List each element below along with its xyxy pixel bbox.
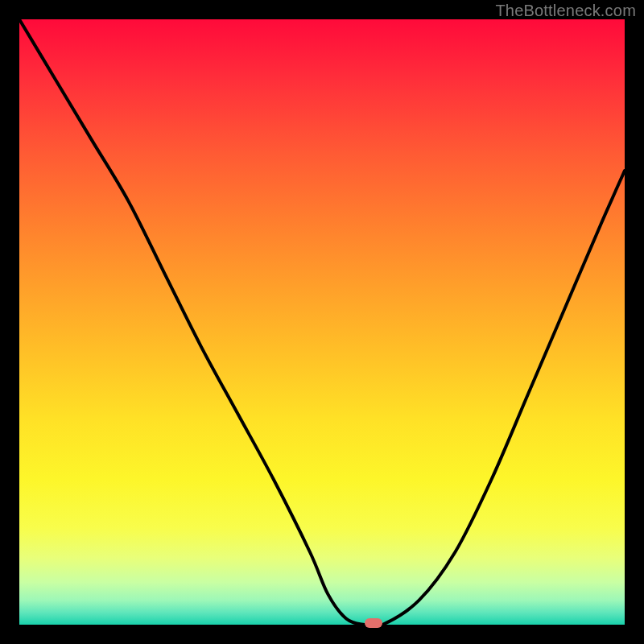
bottleneck-curve	[19, 19, 625, 625]
optimal-marker	[365, 618, 382, 628]
chart-frame: TheBottleneck.com	[0, 0, 644, 644]
curve-path	[19, 19, 625, 627]
watermark-text: TheBottleneck.com	[495, 2, 636, 20]
